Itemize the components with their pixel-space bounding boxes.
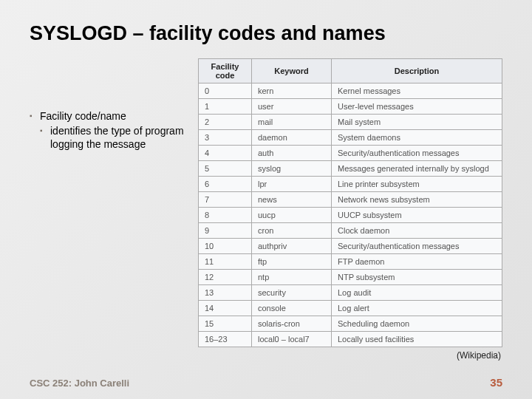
cell-keyword: mail <box>252 115 332 130</box>
cell-code: 0 <box>199 83 252 99</box>
cell-keyword: uucp <box>252 208 332 223</box>
cell-keyword: local0 – local7 <box>252 332 332 347</box>
citation: (Wikipedia) <box>198 350 502 361</box>
cell-code: 2 <box>199 115 252 130</box>
table-row: 8uucpUUCP subsystem <box>199 208 502 223</box>
cell-keyword: daemon <box>252 130 332 146</box>
cell-code: 7 <box>199 192 252 208</box>
cell-keyword: security <box>252 285 332 301</box>
cell-keyword: cron <box>252 223 332 239</box>
cell-keyword: ntp <box>252 270 332 285</box>
cell-code: 12 <box>199 270 252 285</box>
table-row: 13securityLog audit <box>199 285 502 301</box>
right-column: Facility code Keyword Description 0kernK… <box>198 58 502 361</box>
cell-desc: Security/authentication messages <box>332 146 502 161</box>
cell-keyword: kern <box>252 83 332 99</box>
table-row: 9cronClock daemon <box>199 223 502 239</box>
cell-code: 8 <box>199 208 252 223</box>
table-row: 11ftpFTP daemon <box>199 254 502 270</box>
table-row: 4authSecurity/authentication messages <box>199 146 502 161</box>
cell-desc: Clock daemon <box>332 223 502 239</box>
cell-code: 16–23 <box>199 332 252 347</box>
cell-keyword: solaris-cron <box>252 316 332 332</box>
cell-desc: Mail system <box>332 115 502 130</box>
table-row: 16–23local0 – local7Locally used facilit… <box>199 332 502 347</box>
bullet-level-2: identifies the type of program logging t… <box>30 125 185 151</box>
slide: SYSLOGD – facility codes and names Facil… <box>0 0 532 399</box>
footer-course: CSC 252: John Carelli <box>30 378 129 389</box>
cell-keyword: syslog <box>252 161 332 177</box>
cell-code: 14 <box>199 301 252 316</box>
cell-desc: Log alert <box>332 301 502 316</box>
th-desc: Description <box>332 59 502 83</box>
cell-desc: Line printer subsystem <box>332 177 502 192</box>
cell-code: 4 <box>199 146 252 161</box>
cell-code: 6 <box>199 177 252 192</box>
cell-code: 13 <box>199 285 252 301</box>
cell-code: 11 <box>199 254 252 270</box>
facility-table: Facility code Keyword Description 0kernK… <box>198 58 502 347</box>
slide-title: SYSLOGD – facility codes and names <box>30 22 502 45</box>
table-row: 15solaris-cronScheduling daemon <box>199 316 502 332</box>
cell-desc: Security/authentication messages <box>332 239 502 254</box>
bullet-level-1: Facility code/name <box>30 110 185 122</box>
cell-code: 3 <box>199 130 252 146</box>
table-row: 0kernKernel messages <box>199 83 502 99</box>
cell-keyword: user <box>252 99 332 115</box>
th-code: Facility code <box>199 59 252 83</box>
left-column: Facility code/name identifies the type o… <box>30 58 185 151</box>
table-row: 1userUser-level messages <box>199 99 502 115</box>
footer: CSC 252: John Carelli 35 <box>30 376 502 389</box>
cell-desc: Log audit <box>332 285 502 301</box>
cell-keyword: auth <box>252 146 332 161</box>
cell-desc: Scheduling daemon <box>332 316 502 332</box>
table-row: 2mailMail system <box>199 115 502 130</box>
cell-code: 10 <box>199 239 252 254</box>
cell-code: 15 <box>199 316 252 332</box>
cell-desc: Network news subsystem <box>332 192 502 208</box>
footer-page: 35 <box>490 376 502 389</box>
table-row: 6lprLine printer subsystem <box>199 177 502 192</box>
table-row: 14consoleLog alert <box>199 301 502 316</box>
cell-desc: Kernel messages <box>332 83 502 99</box>
cell-desc: System daemons <box>332 130 502 146</box>
cell-desc: Locally used facilities <box>332 332 502 347</box>
table-row: 12ntpNTP subsystem <box>199 270 502 285</box>
th-keyword: Keyword <box>252 59 332 83</box>
cell-desc: FTP daemon <box>332 254 502 270</box>
cell-keyword: ftp <box>252 254 332 270</box>
cell-keyword: console <box>252 301 332 316</box>
cell-desc: NTP subsystem <box>332 270 502 285</box>
cell-keyword: news <box>252 192 332 208</box>
bullet-list: Facility code/name identifies the type o… <box>30 110 185 151</box>
cell-code: 5 <box>199 161 252 177</box>
cell-keyword: authpriv <box>252 239 332 254</box>
table-row: 5syslogMessages generated internally by … <box>199 161 502 177</box>
table-row: 3daemonSystem daemons <box>199 130 502 146</box>
content-area: Facility code/name identifies the type o… <box>30 58 502 361</box>
table-row: 10authprivSecurity/authentication messag… <box>199 239 502 254</box>
table-row: 7newsNetwork news subsystem <box>199 192 502 208</box>
cell-code: 9 <box>199 223 252 239</box>
cell-desc: User-level messages <box>332 99 502 115</box>
cell-desc: Messages generated internally by syslogd <box>332 161 502 177</box>
table-header-row: Facility code Keyword Description <box>199 59 502 83</box>
cell-keyword: lpr <box>252 177 332 192</box>
cell-desc: UUCP subsystem <box>332 208 502 223</box>
cell-code: 1 <box>199 99 252 115</box>
